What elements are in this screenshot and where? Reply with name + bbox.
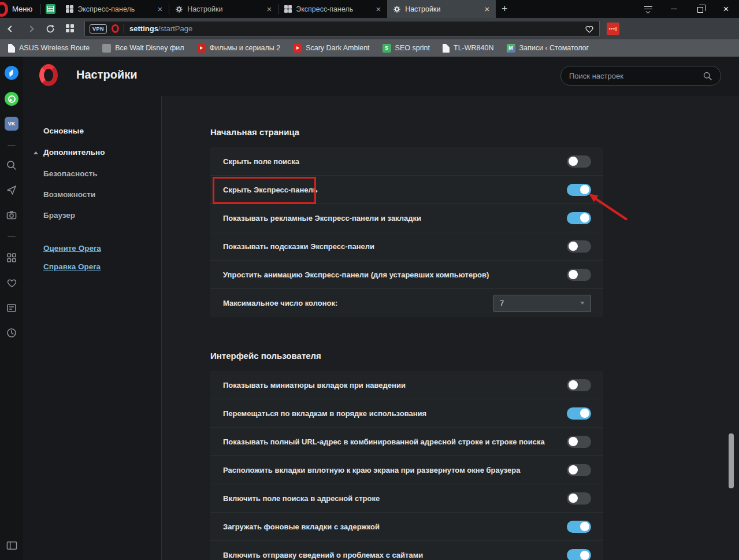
med-icon: M (507, 44, 515, 53)
workspace-table-icon[interactable] (46, 4, 55, 14)
messenger-icon (5, 66, 18, 80)
toggle-hide-speed-dial[interactable] (567, 184, 591, 196)
new-tab-button[interactable]: + (496, 0, 513, 18)
menu-label: Меню (12, 5, 32, 13)
bookmark-item[interactable]: ASUS Wireless Route (8, 44, 90, 53)
tab-close-icon[interactable]: × (374, 4, 383, 14)
rate-opera-link[interactable]: Оцените Opera (43, 244, 101, 253)
start-page-button[interactable] (0, 252, 23, 264)
bookmark-heart-icon[interactable] (584, 24, 595, 34)
bookmark-item[interactable]: Фильмы и сериалы 2 (197, 44, 281, 53)
address-toolbar: VPN settings /startPage •••| (0, 18, 739, 39)
bookmark-item[interactable]: Все Walt Disney фил (102, 44, 184, 53)
forward-button[interactable] (22, 21, 39, 36)
tab-menu-button[interactable] (635, 0, 661, 18)
bookmark-item[interactable]: MЗаписи ‹ Стоматолог (507, 44, 589, 53)
opera-menu-button[interactable]: Меню (0, 0, 40, 18)
reload-button[interactable] (42, 21, 59, 36)
section-title-start-page: Начальная страница (210, 127, 299, 137)
setting-row: Загружать фоновые вкладки с задержкой (210, 513, 603, 541)
bookmarks-bar: ASUS Wireless Route Все Walt Disney фил … (0, 39, 739, 57)
search-button[interactable] (0, 160, 23, 171)
tab-close-icon[interactable]: × (482, 4, 491, 14)
settings-content: Начальная страница Скрыть поле поиска Ск… (162, 96, 739, 560)
toggle-tab-previews[interactable] (567, 379, 591, 391)
speed-dial-icon (66, 5, 73, 13)
bookmarks-button[interactable] (0, 277, 23, 289)
max-columns-dropdown[interactable]: 7 (493, 295, 591, 312)
sidebar-rail: VK (0, 57, 23, 560)
setting-row: Показывать рекламные Экспресс-панели и з… (210, 204, 603, 232)
sidebar-setup-icon (6, 541, 17, 550)
whatsapp-button[interactable] (0, 92, 23, 106)
nav-item-features[interactable]: Возможности (43, 190, 95, 199)
toggle-cycle-tabs-order[interactable] (567, 407, 591, 420)
minimize-button[interactable] (661, 0, 687, 18)
tab-settings-2-active[interactable]: Настройки × (387, 0, 496, 18)
toggle-hide-search-field[interactable] (567, 155, 591, 168)
tab-close-icon[interactable]: × (155, 4, 164, 14)
setting-row: Показывать миниатюры вкладок при наведен… (210, 371, 603, 399)
tab-close-icon[interactable]: × (265, 4, 273, 14)
page-title: Настройки (76, 68, 138, 81)
close-window-button[interactable]: × (713, 0, 739, 18)
toggle-search-in-address-bar[interactable] (567, 492, 591, 505)
toggle-tabs-to-edge[interactable] (567, 464, 591, 476)
reload-icon (46, 24, 55, 34)
nav-item-basic[interactable]: Основные (43, 127, 84, 135)
address-bar[interactable]: VPN settings /startPage (84, 21, 600, 36)
nav-item-security[interactable]: Безопасность (43, 169, 98, 178)
toggle-send-site-problems[interactable] (567, 549, 591, 560)
page-icon (443, 44, 450, 53)
forward-icon (27, 25, 34, 32)
toggle-show-sponsored-dials[interactable] (567, 212, 591, 224)
scrollbar-thumb[interactable] (729, 433, 734, 488)
setting-row: Показывать полный URL-адрес в комбиниров… (210, 428, 603, 456)
opera-favicon-icon (112, 24, 119, 33)
restore-button[interactable] (687, 0, 713, 18)
my-flow-button[interactable] (0, 184, 23, 196)
lastpass-extension-icon[interactable]: •••| (607, 23, 619, 35)
settings-search[interactable] (560, 66, 721, 86)
collapse-caret-icon[interactable] (34, 151, 38, 154)
section-title-user-interface: Интерфейс пользователя (210, 351, 321, 361)
tab-speed-dial-1[interactable]: Экспресс-панель × (60, 0, 169, 18)
seo-icon: S (383, 44, 391, 53)
setting-row: Расположить вкладки вплотную к краю экра… (210, 456, 603, 484)
personal-news-button[interactable] (0, 302, 23, 314)
personal-news-icon (6, 302, 17, 314)
toggle-delay-background-tabs[interactable] (567, 521, 591, 533)
vpn-badge[interactable]: VPN (90, 24, 107, 34)
tab-settings-1[interactable]: Настройки × (169, 0, 278, 18)
toggle-full-url[interactable] (567, 436, 591, 448)
search-icon (703, 71, 712, 81)
back-button[interactable] (2, 21, 20, 36)
bookmarks-heart-icon (6, 277, 18, 289)
divider (8, 145, 16, 146)
tv-icon (102, 44, 111, 53)
page-icon (8, 44, 15, 53)
snapshot-button[interactable] (0, 209, 23, 221)
nav-item-advanced[interactable]: Дополнительно (43, 148, 105, 157)
vk-button[interactable]: VK (0, 117, 23, 131)
user-interface-card: Показывать миниатюры вкладок при наведен… (210, 371, 603, 560)
toggle-simplify-animation[interactable] (567, 269, 591, 281)
toggle-show-dial-suggestions[interactable] (567, 240, 591, 253)
gear-icon (393, 5, 401, 13)
bookmark-item[interactable]: SSEO sprint (383, 44, 430, 53)
speed-dial-button[interactable] (61, 21, 79, 36)
settings-search-input[interactable] (569, 72, 703, 80)
url-path: /startPage (158, 24, 192, 33)
help-opera-link[interactable]: Справка Opera (43, 262, 101, 271)
youtube-icon (293, 44, 302, 53)
tab-speed-dial-2[interactable]: Экспресс-панель × (278, 0, 387, 18)
history-button[interactable] (0, 327, 23, 339)
snapshot-camera-icon (6, 209, 17, 221)
messenger-button[interactable] (0, 66, 23, 80)
sidebar-setup-button[interactable] (0, 541, 23, 550)
speed-dial-icon (66, 24, 75, 33)
bookmark-item[interactable]: Scary Dark Ambient (293, 44, 369, 53)
nav-item-browser[interactable]: Браузер (43, 211, 75, 220)
bookmark-item[interactable]: TL-WR840N (443, 44, 493, 53)
history-clock-icon (6, 327, 17, 339)
